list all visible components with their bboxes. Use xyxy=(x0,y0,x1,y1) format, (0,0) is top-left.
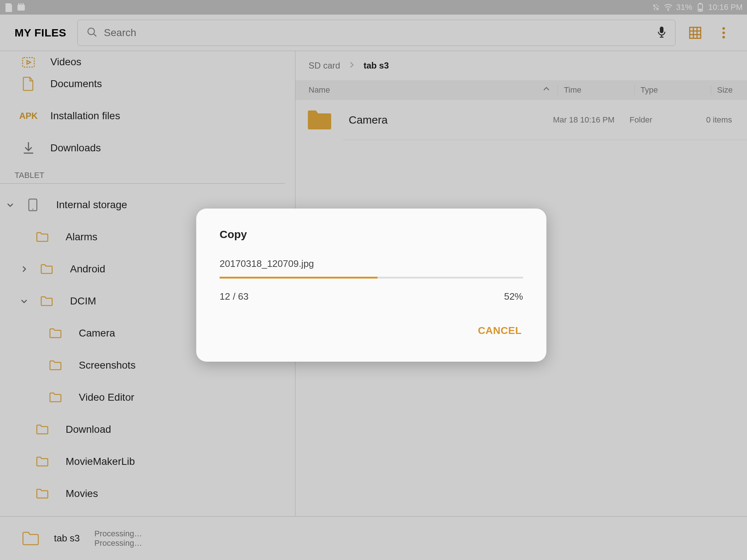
tree-label: Android xyxy=(62,263,105,275)
chevron-down-icon[interactable] xyxy=(3,201,18,209)
sidebar-item-label: Downloads xyxy=(50,142,101,154)
progress-bar xyxy=(220,277,523,279)
app-bar: MY FILES xyxy=(0,15,747,51)
folder-icon xyxy=(35,489,50,499)
folder-icon xyxy=(48,360,63,370)
chevron-right-icon[interactable] xyxy=(17,265,31,273)
breadcrumb-root[interactable]: SD card xyxy=(309,61,340,71)
tree-label: Video Editor xyxy=(71,392,134,403)
progress-percent: 52% xyxy=(504,291,523,302)
tree-label: Screenshots xyxy=(71,359,136,371)
search-input[interactable] xyxy=(104,27,650,39)
svg-rect-10 xyxy=(660,27,663,33)
svg-point-12 xyxy=(723,31,725,34)
row-size: 0 items xyxy=(706,115,747,125)
search-icon xyxy=(86,27,97,39)
vibrate-icon xyxy=(651,3,660,12)
cancel-button[interactable]: CANCEL xyxy=(476,320,523,341)
tree-label: DCIM xyxy=(62,295,96,307)
progress-fill xyxy=(220,277,378,279)
tree-label: Download xyxy=(58,424,111,435)
more-menu-button[interactable] xyxy=(715,24,732,42)
sidebar-section-tablet: TABLET xyxy=(0,167,285,184)
folder-icon xyxy=(35,424,50,435)
folder-icon xyxy=(48,392,63,402)
app-title: MY FILES xyxy=(15,27,66,39)
current-file: 20170318_120709.jpg xyxy=(220,258,523,269)
videos-icon xyxy=(21,57,36,68)
folder-icon xyxy=(39,296,54,306)
column-time[interactable]: Time xyxy=(558,85,635,95)
svg-rect-6 xyxy=(699,3,701,4)
sidebar-item-label: Documents xyxy=(50,78,102,90)
svg-rect-14 xyxy=(23,58,34,67)
column-type[interactable]: Type xyxy=(635,85,711,95)
folder-icon xyxy=(39,264,54,274)
svg-point-16 xyxy=(32,209,34,210)
status-bar: 31% 10:16 PM xyxy=(0,0,747,15)
grid-view-button[interactable] xyxy=(686,24,704,42)
folder-icon xyxy=(22,531,39,546)
sidebar-item-documents[interactable]: Documents xyxy=(0,68,295,100)
breadcrumb: SD card tab s3 xyxy=(295,51,747,80)
media-icon xyxy=(17,3,26,12)
svg-point-4 xyxy=(667,9,669,11)
wifi-icon xyxy=(664,3,673,12)
bottom-status-bar: tab s3 Processing… Processing… xyxy=(0,516,747,560)
sidebar-item-downloads[interactable]: Downloads xyxy=(0,132,295,164)
sidebar-item-videos[interactable]: Videos xyxy=(0,51,295,68)
svg-rect-7 xyxy=(699,9,702,11)
svg-point-13 xyxy=(723,36,725,38)
folder-icon xyxy=(306,109,333,131)
device-icon xyxy=(26,198,40,211)
row-time: Mar 18 10:16 PM xyxy=(553,115,630,125)
table-row[interactable]: Camera Mar 18 10:16 PM Folder 0 items xyxy=(343,100,747,140)
chevron-down-icon[interactable] xyxy=(17,297,31,306)
mic-icon[interactable] xyxy=(657,26,666,40)
svg-rect-3 xyxy=(23,3,24,5)
chevron-right-icon xyxy=(348,61,356,71)
svg-line-9 xyxy=(94,34,96,36)
tree-label: Internal storage xyxy=(48,199,127,211)
tree-download[interactable]: Download xyxy=(0,413,295,446)
battery-icon xyxy=(696,3,705,12)
table-header: Name Time Type Size xyxy=(295,80,747,100)
svg-rect-0 xyxy=(18,5,25,11)
svg-point-11 xyxy=(723,27,725,30)
progress-count: 12 / 63 xyxy=(220,291,249,302)
breadcrumb-current: tab s3 xyxy=(364,61,389,71)
battery-percent: 31% xyxy=(676,3,692,12)
documents-icon xyxy=(21,77,36,91)
folder-icon xyxy=(48,328,63,338)
row-name: Camera xyxy=(349,114,553,126)
tree-video-editor[interactable]: Video Editor xyxy=(0,381,295,413)
sidebar-item-label: Videos xyxy=(50,56,81,68)
sidebar-item-label: Installation files xyxy=(50,110,120,122)
tree-label: MovieMakerLib xyxy=(58,456,135,467)
sidebar-item-apk[interactable]: APK Installation files xyxy=(0,100,295,132)
column-size[interactable]: Size xyxy=(711,85,747,95)
folder-icon xyxy=(35,456,50,467)
svg-rect-1 xyxy=(18,3,19,5)
svg-point-8 xyxy=(88,28,94,35)
destination-name: tab s3 xyxy=(54,533,80,544)
tree-movies[interactable]: Movies xyxy=(0,478,295,510)
copy-progress-dialog: Copy 20170318_120709.jpg 12 / 63 52% CAN… xyxy=(196,209,546,362)
status-time: 10:16 PM xyxy=(708,3,743,12)
tree-label: Camera xyxy=(71,327,115,339)
folder-icon xyxy=(35,232,50,242)
dialog-title: Copy xyxy=(220,228,523,241)
processing-status: Processing… Processing… xyxy=(94,529,142,548)
column-name[interactable]: Name xyxy=(295,85,558,95)
tree-label: Movies xyxy=(58,488,98,499)
sort-asc-icon xyxy=(542,85,550,95)
apk-icon: APK xyxy=(19,111,38,121)
tree-moviemakerlib[interactable]: MovieMakerLib xyxy=(0,446,295,478)
svg-rect-2 xyxy=(20,3,22,5)
sdcard-icon xyxy=(4,3,13,12)
search-box[interactable] xyxy=(77,20,676,46)
downloads-icon xyxy=(21,141,36,155)
tree-label: Alarms xyxy=(58,231,97,243)
row-type: Folder xyxy=(630,115,706,125)
